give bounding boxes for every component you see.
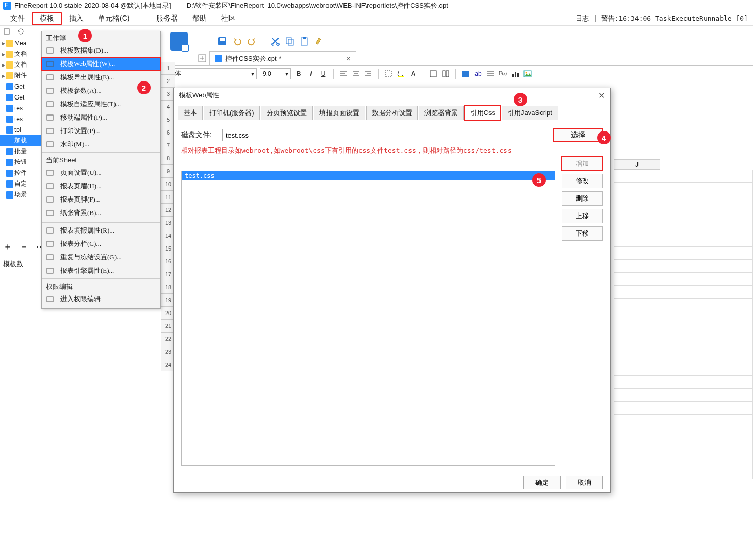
formula-icon[interactable]: F(x): [498, 69, 508, 78]
dropdown-item[interactable]: 纸张背景(B)...: [42, 206, 160, 220]
menu-file[interactable]: 文件: [3, 12, 32, 25]
menu-help[interactable]: 帮助: [185, 12, 214, 25]
tree-item[interactable]: Get: [0, 92, 41, 103]
ok-button[interactable]: 确定: [523, 476, 561, 489]
grid-cell[interactable]: [614, 208, 753, 221]
unmerge-icon[interactable]: [441, 69, 450, 78]
highlight-icon[interactable]: ab: [473, 69, 483, 78]
format-painter-icon[interactable]: [314, 36, 324, 46]
dropdown-item[interactable]: 水印(M)...: [42, 138, 160, 151]
dialog-tab[interactable]: 填报页面设置: [314, 106, 365, 120]
paste-icon[interactable]: [299, 36, 309, 46]
tree-item[interactable]: 批量: [0, 146, 41, 157]
cancel-button[interactable]: 取消: [566, 476, 603, 489]
list-item[interactable]: test.css: [182, 171, 555, 180]
dropdown-item[interactable]: 模板Web属性(W)...: [42, 57, 160, 71]
copy-icon[interactable]: [285, 36, 295, 46]
grid-cell[interactable]: [614, 260, 753, 273]
dialog-tab[interactable]: 引用JavaScript: [502, 106, 558, 120]
tree-item[interactable]: 自定: [0, 178, 41, 189]
menu-community[interactable]: 社区: [214, 12, 243, 25]
tree-item[interactable]: ▸附件: [0, 70, 41, 81]
dialog-close-icon[interactable]: ✕: [598, 91, 605, 101]
grid-cell[interactable]: [614, 440, 753, 453]
merge-icon[interactable]: [429, 69, 438, 78]
grid-cell[interactable]: [614, 286, 753, 299]
dialog-tab[interactable]: 引用Css: [465, 106, 501, 120]
grid-row-header[interactable]: 1: [161, 62, 175, 75]
tree-item[interactable]: Get: [0, 81, 41, 92]
grid-cell[interactable]: [614, 402, 753, 415]
tree-item[interactable]: 加载: [0, 135, 41, 146]
document-tab[interactable]: 控件CSS实验.cpt * ×: [209, 51, 356, 65]
style-icon[interactable]: [461, 69, 470, 78]
grid-cell[interactable]: [614, 376, 753, 389]
new-tab-icon[interactable]: [198, 54, 206, 62]
dropdown-item[interactable]: 报表引擎属性(E)...: [42, 264, 160, 277]
grid-cell[interactable]: [614, 170, 753, 183]
grid-cell[interactable]: [614, 363, 753, 376]
workbook-icon[interactable]: [170, 32, 188, 51]
move-down-button[interactable]: 下移: [562, 226, 603, 241]
tree-item[interactable]: tes: [0, 113, 41, 124]
move-up-button[interactable]: 上移: [562, 209, 603, 223]
font-size-combo[interactable]: 9.0▾: [260, 68, 291, 79]
grid-cell[interactable]: [614, 466, 753, 479]
grid-cell[interactable]: [614, 183, 753, 195]
dialog-tab[interactable]: 浏览器背景: [419, 106, 464, 120]
dropdown-item[interactable]: 重复与冻结设置(G)...: [42, 251, 160, 264]
dropdown-item[interactable]: 页面设置(U)...: [42, 166, 160, 179]
dropdown-item[interactable]: 模板数据集(D)...: [42, 44, 160, 57]
dialog-tab[interactable]: 分页预览设置: [261, 106, 313, 120]
grid-cell[interactable]: [614, 350, 753, 363]
log-status[interactable]: 日志 | 警告:16:34:06 TaskExecuteRunnable [0]: [576, 14, 748, 23]
grid-cell[interactable]: [614, 234, 753, 247]
disk-file-input[interactable]: [222, 129, 549, 141]
align-left-icon[interactable]: [339, 69, 348, 78]
menu-server[interactable]: 服务器: [149, 12, 185, 25]
dropdown-item[interactable]: 移动端属性(P)...: [42, 111, 160, 124]
new-icon[interactable]: [3, 28, 11, 35]
refresh-icon[interactable]: [17, 28, 25, 35]
tree-item[interactable]: 按钮: [0, 157, 41, 168]
hyperlink-icon[interactable]: [486, 69, 495, 78]
dropdown-item[interactable]: 报表页脚(F)...: [42, 193, 160, 206]
dropdown-item[interactable]: 进入权限编辑: [42, 292, 160, 306]
tab-close-icon[interactable]: ×: [346, 55, 350, 63]
undo-icon[interactable]: [232, 36, 242, 46]
align-center-icon[interactable]: [351, 69, 361, 78]
menu-insert[interactable]: 插入: [62, 12, 91, 25]
grid-cell[interactable]: [614, 247, 753, 260]
grid-cell[interactable]: [614, 389, 753, 402]
cut-icon[interactable]: [270, 36, 281, 46]
grid-cell[interactable]: [614, 337, 753, 350]
grid-row-header[interactable]: 2: [161, 75, 175, 88]
css-file-list[interactable]: test.css: [181, 171, 555, 466]
font-color-icon[interactable]: A: [408, 69, 418, 78]
add-icon[interactable]: ＋: [3, 240, 12, 253]
tree-item[interactable]: 控件: [0, 168, 41, 178]
dialog-tab[interactable]: 数据分析设置: [366, 106, 418, 120]
grid-cell[interactable]: [614, 311, 753, 324]
dropdown-item[interactable]: 报表分栏(C)...: [42, 237, 160, 251]
grid-cell[interactable]: [614, 427, 753, 440]
tree-item[interactable]: toi: [0, 124, 41, 135]
italic-icon[interactable]: I: [306, 69, 316, 78]
dropdown-item[interactable]: 打印设置(P)...: [42, 124, 160, 138]
dialog-tab[interactable]: 打印机(服务器): [204, 106, 260, 120]
tree-item[interactable]: ▸Mea: [0, 38, 41, 48]
grid-cell[interactable]: [614, 221, 753, 234]
menu-template[interactable]: 模板: [32, 12, 62, 25]
align-right-icon[interactable]: [364, 69, 373, 78]
grid-cell[interactable]: [614, 324, 753, 337]
dropdown-item[interactable]: 报表页眉(H)...: [42, 179, 160, 193]
grid-col-header-j[interactable]: J: [614, 159, 660, 170]
dropdown-item[interactable]: 模板自适应属性(T)...: [42, 97, 160, 111]
edit-button[interactable]: 修改: [562, 174, 603, 188]
redo-icon[interactable]: [247, 36, 257, 46]
bold-icon[interactable]: B: [294, 69, 303, 78]
dialog-tab[interactable]: 基本: [178, 106, 203, 120]
grid-cell[interactable]: [614, 299, 753, 311]
grid-cell[interactable]: [614, 195, 753, 208]
grid-cell[interactable]: [614, 415, 753, 427]
